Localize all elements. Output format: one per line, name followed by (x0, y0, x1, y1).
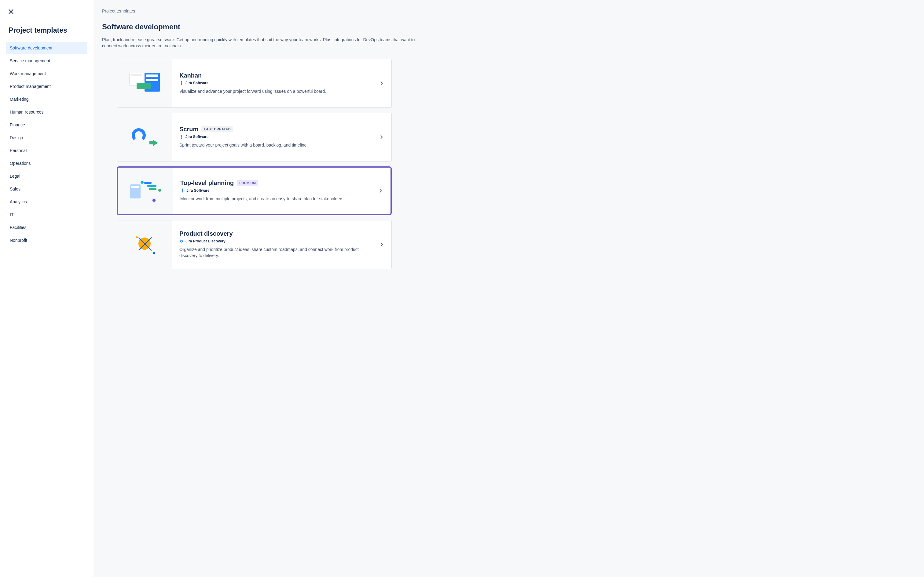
template-illustration (117, 221, 172, 269)
breadcrumb: Project templates (102, 8, 916, 13)
product-label: Jira Software (186, 189, 209, 193)
template-body: KanbanJira SoftwareVisualize and advance… (172, 59, 391, 108)
template-body: ScrumLAST CREATEDJira SoftwareSprint tow… (172, 113, 391, 161)
svg-rect-5 (181, 135, 183, 136)
sidebar-item-software-development[interactable]: Software development (6, 42, 87, 54)
sidebar-item-legal[interactable]: Legal (6, 170, 87, 182)
svg-point-12 (181, 240, 182, 242)
chevron-right-icon (378, 241, 385, 248)
template-body: Product discoveryJira Product DiscoveryO… (172, 221, 391, 269)
sidebar-item-analytics[interactable]: Analytics (6, 196, 87, 208)
jira-product-discovery-icon (179, 239, 184, 243)
template-illustration (117, 113, 172, 161)
svg-rect-4 (181, 84, 183, 85)
svg-rect-10 (182, 191, 183, 193)
jira-software-icon (179, 135, 184, 139)
template-card-kanban[interactable]: KanbanJira SoftwareVisualize and advance… (117, 59, 392, 108)
sidebar-nav: Software developmentService managementWo… (6, 42, 87, 247)
template-card-scrum[interactable]: ScrumLAST CREATEDJira SoftwareSprint tow… (117, 113, 392, 161)
template-description: Visualize and advance your project forwa… (179, 88, 373, 94)
product-row: Jira Product Discovery (179, 239, 373, 243)
template-description: Monitor work from multiple projects, and… (180, 196, 372, 202)
svg-rect-9 (182, 190, 183, 191)
template-title: Product discovery (179, 230, 233, 237)
product-row: Jira Software (179, 81, 373, 85)
product-label: Jira Software (186, 135, 208, 139)
template-illustration (118, 168, 173, 214)
sidebar: Project templates Software developmentSe… (0, 0, 94, 577)
template-card-product-discovery[interactable]: Product discoveryJira Product DiscoveryO… (117, 220, 392, 269)
sidebar-item-it[interactable]: IT (6, 208, 87, 221)
jira-software-icon (180, 189, 184, 193)
svg-rect-3 (181, 82, 183, 84)
template-title: Top-level planning (180, 179, 234, 187)
close-button[interactable] (5, 5, 17, 18)
svg-rect-8 (182, 189, 183, 190)
badge-premium: PREMIUM (237, 180, 258, 185)
template-cards: KanbanJira SoftwareVisualize and advance… (117, 59, 392, 269)
main-content: Project templates Software development P… (94, 0, 924, 577)
close-icon (8, 8, 15, 15)
svg-rect-6 (181, 136, 183, 137)
sidebar-title: Project templates (6, 26, 87, 34)
product-label: Jira Software (186, 81, 208, 85)
sidebar-item-human-resources[interactable]: Human resources (6, 106, 87, 118)
template-body: Top-level planningPREMIUMJira SoftwareMo… (173, 168, 391, 214)
product-label: Jira Product Discovery (186, 239, 226, 243)
template-title: Scrum (179, 126, 198, 133)
svg-rect-2 (181, 81, 183, 82)
chevron-right-icon (378, 134, 385, 141)
template-description: Sprint toward your project goals with a … (179, 142, 373, 148)
template-description: Organize and prioritize product ideas, s… (179, 247, 373, 259)
svg-rect-7 (181, 137, 183, 139)
chevron-right-icon (377, 187, 384, 195)
template-title: Kanban (179, 72, 202, 79)
page-description: Plan, track and release great software. … (102, 37, 423, 49)
sidebar-item-nonprofit[interactable]: Nonprofit (6, 234, 87, 247)
product-row: Jira Software (179, 135, 373, 139)
jira-software-icon (179, 81, 184, 85)
sidebar-item-operations[interactable]: Operations (6, 157, 87, 169)
sidebar-item-facilities[interactable]: Facilities (6, 221, 87, 234)
sidebar-item-product-management[interactable]: Product management (6, 80, 87, 92)
chevron-right-icon (378, 80, 385, 87)
page-title: Software development (102, 23, 916, 31)
sidebar-item-personal[interactable]: Personal (6, 144, 87, 156)
badge-last: LAST CREATED (201, 126, 233, 132)
sidebar-item-sales[interactable]: Sales (6, 183, 87, 195)
sidebar-item-design[interactable]: Design (6, 132, 87, 144)
sidebar-item-marketing[interactable]: Marketing (6, 93, 87, 105)
template-card-top-level-planning[interactable]: Top-level planningPREMIUMJira SoftwareMo… (117, 166, 392, 215)
product-row: Jira Software (180, 189, 372, 193)
sidebar-item-finance[interactable]: Finance (6, 119, 87, 131)
sidebar-item-service-management[interactable]: Service management (6, 55, 87, 67)
template-illustration (117, 59, 172, 108)
sidebar-item-work-management[interactable]: Work management (6, 68, 87, 80)
